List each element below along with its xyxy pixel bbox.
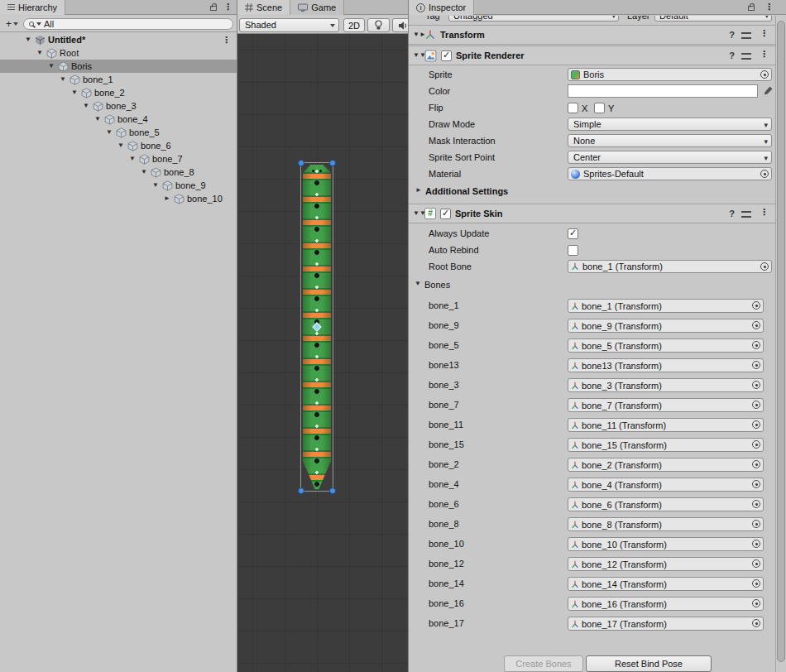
object-picker-icon[interactable] [760,170,769,178]
root-bone-object-field[interactable]: bone_1 (Transform) [568,260,772,273]
bone-transform-field[interactable]: bone_16 (Transform) [568,597,764,611]
additional-settings-row[interactable]: ► Additional Settings [409,184,775,200]
kebab-menu-icon[interactable] [223,2,232,12]
object-picker-icon[interactable] [752,341,760,349]
foldout-arrow-icon[interactable] [48,60,55,73]
object-picker-icon[interactable] [752,401,760,409]
selection-handle-top-left[interactable] [298,160,304,166]
object-picker-icon[interactable] [752,480,760,488]
reset-bind-pose-button[interactable]: Reset Bind Pose [586,655,712,672]
bone-transform-field[interactable]: bone_12 (Transform) [568,557,764,571]
bone-transform-field[interactable]: bone_2 (Transform) [568,458,764,472]
layer-dropdown[interactable]: Default [654,16,772,22]
flip-y-checkbox[interactable] [594,103,605,113]
component-enabled-checkbox[interactable] [441,50,452,61]
foldout-arrow-icon[interactable] [164,192,171,205]
shading-mode-dropdown[interactable]: Shaded [239,18,339,32]
help-icon[interactable] [729,30,735,40]
kebab-menu-icon[interactable] [760,28,768,39]
bone-transform-field[interactable]: bone_4 (Transform) [568,478,764,492]
foldout-arrow-icon[interactable]: ► [413,28,420,41]
scene-lighting-button[interactable] [367,18,390,32]
object-picker-icon[interactable] [752,420,760,429]
tag-dropdown[interactable]: Untagged [448,16,619,22]
eyedropper-icon[interactable] [763,85,774,96]
inspector-scrollbar[interactable] [775,16,786,672]
bone-transform-field[interactable]: bone13 (Transform) [568,358,764,372]
object-picker-icon[interactable] [752,440,760,449]
mask-interaction-dropdown[interactable]: None [568,134,772,147]
bone-transform-field[interactable]: bone_3 (Transform) [568,378,764,392]
foldout-arrow-icon[interactable] [83,99,90,113]
flip-x-checkbox[interactable] [568,103,578,113]
foldout-arrow-icon[interactable] [141,166,148,179]
inspector-tab[interactable]: Inspector [409,0,474,15]
bone-transform-field[interactable]: bone_6 (Transform) [568,497,764,511]
foldout-arrow-icon[interactable] [71,86,79,99]
bone-transform-field[interactable]: bone_9 (Transform) [568,319,764,333]
presets-icon[interactable] [741,211,751,218]
selection-handle-bottom-right[interactable] [329,487,336,494]
draw-mode-dropdown[interactable]: Simple [568,118,772,131]
add-object-button[interactable]: + [3,18,22,30]
always-update-checkbox[interactable] [568,228,578,239]
bone-transform-field[interactable]: bone_8 (Transform) [568,517,764,531]
bones-foldout-row[interactable]: ▼ Bones [409,277,775,292]
hierarchy-row[interactable]: bone_9 [0,179,237,192]
object-picker-icon[interactable] [760,262,769,271]
material-object-field[interactable]: Sprites-Default [568,167,772,180]
hierarchy-row[interactable]: bone_1 [0,73,237,86]
object-picker-icon[interactable] [752,619,760,627]
hierarchy-row[interactable]: bone_6 [0,139,237,152]
object-picker-icon[interactable] [752,579,760,588]
color-swatch[interactable] [568,84,758,98]
bone-transform-field[interactable]: bone_7 (Transform) [568,398,764,412]
object-picker-icon[interactable] [752,500,760,508]
auto-rebind-checkbox[interactable] [568,245,578,256]
lock-icon[interactable] [748,6,755,11]
bone-transform-field[interactable]: bone_15 (Transform) [568,438,764,452]
bone-transform-field[interactable]: bone_1 (Transform) [568,299,764,313]
object-picker-icon[interactable] [752,460,760,468]
bone-transform-field[interactable]: bone_14 (Transform) [568,577,764,591]
hierarchy-row[interactable]: bone_8 [0,166,237,179]
bone-transform-field[interactable]: bone_5 (Transform) [568,338,764,353]
sprite-renderer-component-header[interactable]: ▼ Sprite Renderer [409,46,775,65]
bone-transform-field[interactable]: bone_17 (Transform) [568,617,764,631]
object-picker-icon[interactable] [752,321,760,329]
hierarchy-row[interactable]: bone_2 [0,86,237,99]
hierarchy-row[interactable]: Root [0,46,237,60]
kebab-menu-icon[interactable] [764,2,773,12]
scene-viewport[interactable] [237,34,408,672]
hierarchy-row[interactable]: bone_10 [0,192,237,205]
help-icon[interactable] [729,209,735,218]
hierarchy-search-input[interactable]: All [23,18,233,30]
scene-kebab-icon[interactable] [222,35,230,46]
sprite-skin-component-header[interactable]: ▼ Sprite Skin [409,204,775,223]
hierarchy-row[interactable]: Untitled* [0,33,237,46]
hierarchy-row[interactable]: bone_3 [0,99,237,113]
presets-icon[interactable] [741,53,751,60]
object-picker-icon[interactable] [752,599,760,607]
toggle-2d-button[interactable]: 2D [343,18,365,32]
object-picker-icon[interactable] [752,540,760,548]
object-picker-icon[interactable] [760,70,769,79]
foldout-arrow-icon[interactable] [152,179,160,192]
foldout-arrow-icon[interactable]: ► [415,186,423,194]
object-picker-icon[interactable] [752,361,760,369]
object-picker-icon[interactable] [752,301,760,310]
foldout-arrow-icon[interactable] [25,33,32,46]
sort-point-dropdown[interactable]: Center [568,151,772,164]
foldout-arrow-icon[interactable] [60,73,67,86]
kebab-menu-icon[interactable] [760,49,768,60]
kebab-menu-icon[interactable] [760,207,768,218]
foldout-arrow-icon[interactable]: ▼ [413,207,420,220]
lock-icon[interactable] [210,6,217,11]
transform-component-header[interactable]: ► Transform [409,25,775,45]
hierarchy-row[interactable]: bone_7 [0,152,237,166]
tab-game[interactable]: Game [290,0,344,15]
hierarchy-row[interactable]: bone_4 [0,113,237,126]
tab-scene[interactable]: Scene [237,0,290,15]
component-enabled-checkbox[interactable] [440,209,451,219]
hierarchy-row[interactable]: bone_5 [0,126,237,139]
